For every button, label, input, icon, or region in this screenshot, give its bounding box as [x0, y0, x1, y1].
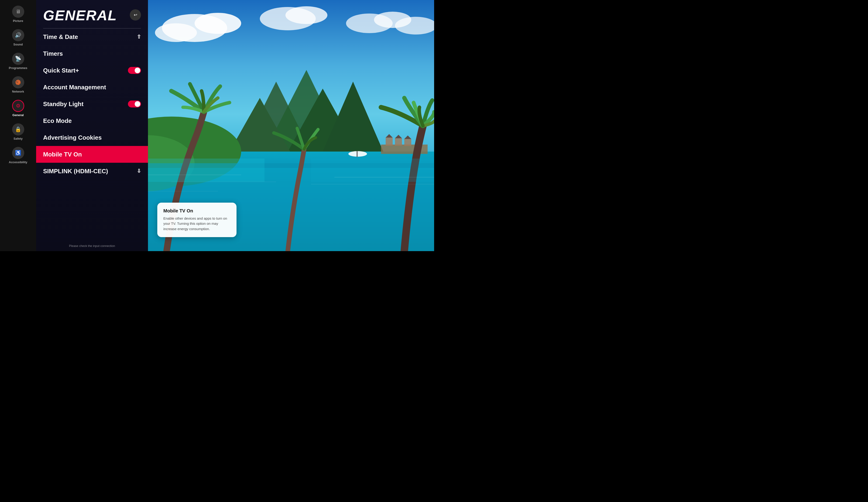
- timers-label: Timers: [43, 50, 63, 57]
- svg-point-4: [155, 23, 197, 42]
- tooltip-title: Mobile TV On: [163, 208, 230, 214]
- sidebar-label-sound: Sound: [13, 43, 23, 46]
- sidebar-label-safety: Safety: [13, 137, 23, 140]
- safety-icon: 🔒: [12, 123, 24, 135]
- svg-point-6: [286, 6, 327, 24]
- sidebar-item-picture[interactable]: 🖥 Picture: [0, 2, 36, 26]
- menu-item-time-date[interactable]: Time & Date ⇧: [36, 29, 148, 45]
- panel-header: GENERAL ↩: [36, 7, 148, 28]
- menu-list: Time & Date ⇧ Timers Quick Start+ Accoun…: [36, 29, 148, 180]
- account-management-label: Account Management: [43, 84, 106, 91]
- sidebar-label-network: Network: [12, 90, 24, 93]
- svg-rect-33: [148, 158, 265, 182]
- sidebar-label-general: General: [12, 113, 23, 117]
- quick-start-label: Quick Start+: [43, 67, 79, 74]
- settings-panel: GENERAL ↩ Time & Date ⇧ Timers Quick Sta…: [36, 0, 148, 251]
- back-button[interactable]: ↩: [130, 9, 141, 21]
- sidebar-item-sound[interactable]: 🔊 Sound: [0, 26, 36, 49]
- tooltip-panel: Mobile TV On Enable other devices and ap…: [157, 203, 237, 237]
- programmes-icon: 📡: [12, 53, 24, 65]
- time-date-label: Time & Date: [43, 33, 78, 41]
- chevron-down-icon: ⇩: [137, 168, 141, 174]
- tooltip-description: Enable other devices and apps to turn on…: [163, 216, 230, 232]
- sound-icon: 🔊: [12, 29, 24, 41]
- sidebar-label-accessibility: Accessibility: [9, 161, 28, 164]
- page-title: GENERAL: [43, 7, 117, 23]
- svg-rect-20: [386, 137, 393, 146]
- simplink-label: SIMPLINK (HDMI-CEC): [43, 168, 108, 175]
- menu-item-account-management[interactable]: Account Management: [36, 79, 148, 95]
- svg-rect-22: [395, 138, 402, 146]
- sidebar: 🖥 Picture 🔊 Sound 📡 Programmes 🏀 Network…: [0, 0, 36, 251]
- sidebar-item-programmes[interactable]: 📡 Programmes: [0, 49, 36, 73]
- hint-text: Please check the input connection: [69, 244, 115, 248]
- background-panel: Mobile TV On Enable other devices and ap…: [148, 0, 434, 251]
- standby-light-toggle[interactable]: [128, 101, 141, 107]
- picture-icon: 🖥: [12, 6, 24, 18]
- svg-rect-24: [404, 139, 411, 146]
- sidebar-label-picture: Picture: [13, 19, 23, 23]
- advertising-cookies-label: Advertising Cookies: [43, 134, 102, 141]
- back-icon: ↩: [134, 12, 137, 18]
- menu-item-standby-light[interactable]: Standby Light: [36, 95, 148, 112]
- menu-item-simplink[interactable]: SIMPLINK (HDMI-CEC) ⇩: [36, 163, 148, 180]
- sidebar-item-general[interactable]: ⚙ General: [0, 96, 36, 120]
- mobile-tv-on-label: Mobile TV On: [43, 151, 82, 158]
- general-icon: ⚙: [12, 100, 24, 112]
- network-icon: 🏀: [12, 76, 24, 88]
- svg-rect-34: [311, 158, 434, 182]
- standby-light-label: Standby Light: [43, 101, 83, 108]
- menu-item-mobile-tv-on[interactable]: Mobile TV On: [36, 146, 148, 163]
- quick-start-toggle[interactable]: [128, 67, 141, 74]
- menu-item-quick-start[interactable]: Quick Start+: [36, 62, 148, 79]
- chevron-up-icon: ⇧: [137, 34, 141, 40]
- sidebar-item-accessibility[interactable]: ♿ Accessibility: [0, 144, 36, 167]
- sidebar-item-safety[interactable]: 🔒 Safety: [0, 120, 36, 144]
- sidebar-label-programmes: Programmes: [9, 66, 27, 70]
- eco-mode-label: Eco Mode: [43, 117, 72, 124]
- sidebar-item-network[interactable]: 🏀 Network: [0, 73, 36, 96]
- svg-point-3: [195, 13, 241, 34]
- menu-item-advertising-cookies[interactable]: Advertising Cookies: [36, 129, 148, 146]
- menu-item-eco-mode[interactable]: Eco Mode: [36, 112, 148, 129]
- svg-rect-27: [356, 151, 358, 157]
- accessibility-icon: ♿: [12, 147, 24, 159]
- menu-item-timers[interactable]: Timers: [36, 45, 148, 62]
